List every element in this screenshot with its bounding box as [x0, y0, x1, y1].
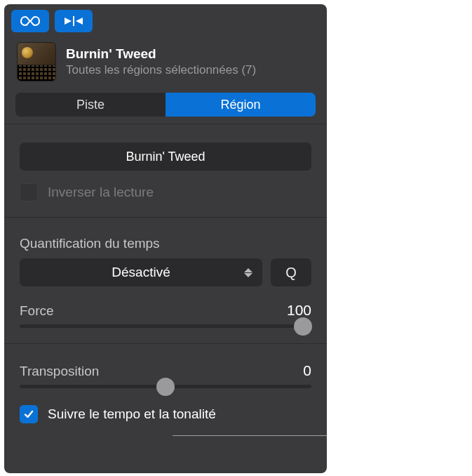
- region-subtitle: Toutes les régions sélectionnées (7): [66, 63, 256, 77]
- split-mode-button[interactable]: [55, 10, 93, 32]
- quantize-button[interactable]: Q: [271, 258, 311, 286]
- check-icon: [23, 409, 34, 420]
- patch-thumbnail[interactable]: [17, 42, 56, 81]
- region-title: Burnin' Tweed: [66, 46, 256, 62]
- top-toolbar: [4, 4, 327, 35]
- loop-icon: [20, 15, 41, 27]
- force-slider[interactable]: [20, 324, 311, 328]
- force-value: 100: [287, 302, 311, 319]
- quantize-select[interactable]: Désactivé: [20, 258, 262, 286]
- transpose-label: Transposition: [20, 364, 99, 379]
- svg-marker-0: [65, 18, 72, 25]
- section-transpose: Transposition 0: [4, 343, 327, 395]
- reverse-playback-label: Inverser la lecture: [48, 185, 154, 200]
- loop-mode-button[interactable]: [11, 10, 49, 32]
- callout-line: [173, 435, 327, 436]
- transpose-slider[interactable]: [20, 385, 311, 388]
- svg-marker-1: [76, 18, 83, 25]
- section-name: Inverser la lecture: [4, 124, 327, 217]
- follow-tempo-checkbox[interactable]: [20, 405, 38, 423]
- follow-tempo-label: Suivre le tempo et la tonalité: [48, 406, 216, 422]
- quantize-select-value: Désactivé: [112, 265, 170, 280]
- region-name-input[interactable]: [20, 143, 311, 171]
- transpose-value: 0: [303, 362, 311, 379]
- force-label: Force: [20, 303, 54, 319]
- follow-tempo-row: Suivre le tempo et la tonalité: [4, 405, 327, 436]
- chevron-up-down-icon: [244, 268, 254, 277]
- region-header: Burnin' Tweed Toutes les régions sélecti…: [4, 35, 327, 90]
- reverse-playback-row: Inverser la lecture: [20, 183, 311, 201]
- tab-region[interactable]: Région: [166, 93, 316, 117]
- svg-marker-4: [244, 273, 252, 277]
- tab-switcher: Piste Région: [15, 93, 316, 117]
- svg-marker-3: [244, 268, 252, 272]
- split-icon: [63, 15, 84, 27]
- reverse-playback-checkbox[interactable]: [20, 183, 38, 201]
- svg-rect-2: [73, 16, 74, 26]
- transpose-slider-thumb[interactable]: [156, 378, 175, 396]
- force-slider-thumb[interactable]: [294, 317, 312, 336]
- quantize-label: Quantification du temps: [20, 236, 311, 251]
- tab-track[interactable]: Piste: [15, 93, 166, 117]
- inspector-panel: Burnin' Tweed Toutes les régions sélecti…: [4, 4, 327, 473]
- section-quantize: Quantification du temps Désactivé Q Forc…: [4, 217, 327, 343]
